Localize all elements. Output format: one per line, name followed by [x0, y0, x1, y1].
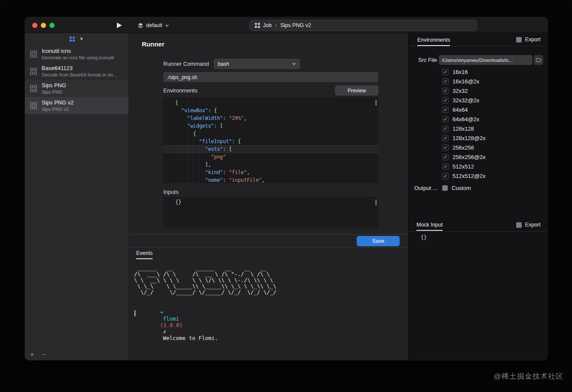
- size-option[interactable]: ✓16x16@2x: [409, 77, 548, 86]
- checkbox-checked-icon[interactable]: ✓: [442, 154, 449, 160]
- size-option[interactable]: ✓256x256@2x: [409, 152, 548, 162]
- terminal-mark: ✗: [163, 328, 166, 335]
- sidebar-item[interactable]: Sips PNG v2Sips PNG v2: [25, 97, 128, 114]
- code-line: "widgets": [: [163, 122, 378, 130]
- inputs-editor[interactable]: {}: [163, 197, 378, 229]
- size-label: 256x256: [453, 144, 474, 151]
- size-option[interactable]: ✓512x512@2x: [409, 171, 548, 181]
- checkbox-checked-icon[interactable]: ✓: [442, 69, 449, 75]
- editor-scrollbar[interactable]: [375, 199, 377, 205]
- code-line: "png": [163, 153, 378, 161]
- close-button[interactable]: [32, 23, 37, 28]
- inputs-label: Inputs: [163, 189, 178, 195]
- checkbox-checked-icon[interactable]: ✓: [442, 126, 449, 132]
- job-title: Base641123: [42, 65, 117, 71]
- export-label: Export: [525, 37, 541, 43]
- ascii-logo: ______ __ ______ __ __ __ /\ ___\ /\ \ /…: [134, 265, 276, 295]
- checkbox-checked-icon[interactable]: ✓: [442, 88, 449, 94]
- mock-export-checkbox[interactable]: [516, 222, 522, 228]
- breadcrumb-current: Sips PNG v2: [280, 22, 311, 28]
- add-job-button[interactable]: +: [30, 351, 34, 358]
- runner-command-label: Runner Command: [163, 61, 209, 67]
- sidebar-footer: + −: [30, 351, 46, 358]
- size-option[interactable]: ✓32x32@2x: [409, 95, 548, 105]
- remove-job-button[interactable]: −: [42, 351, 46, 358]
- save-bar: Save: [129, 234, 408, 247]
- code-line: "name": "inputFile",: [163, 176, 378, 183]
- sidebar-item[interactable]: Base641123Decode from Base64 format or e…: [25, 63, 128, 80]
- checkbox-checked-icon[interactable]: ✓: [442, 107, 449, 113]
- breadcrumb-section[interactable]: Job: [263, 22, 272, 28]
- size-option[interactable]: ✓256x256: [409, 143, 548, 152]
- chevron-down-icon: [165, 24, 169, 28]
- inputs-value: {}: [175, 199, 181, 205]
- job-grid-icon: [30, 51, 37, 58]
- indent-guide: [199, 97, 199, 183]
- size-label: 512x512@2x: [453, 173, 486, 179]
- size-option[interactable]: ✓64x64: [409, 105, 548, 114]
- mock-input-value[interactable]: {}: [421, 234, 427, 240]
- environments-label: Environments: [163, 87, 197, 94]
- size-option[interactable]: ✓128x128: [409, 124, 548, 133]
- job-subtitle: Sips PNG v2: [42, 107, 73, 112]
- checkbox-checked-icon[interactable]: ✓: [442, 97, 449, 104]
- indent-guide: [181, 97, 181, 183]
- save-button[interactable]: Save: [357, 236, 400, 246]
- size-option[interactable]: ✓64x64@2x: [409, 114, 548, 124]
- src-file-input[interactable]: [439, 55, 532, 65]
- job-title: Sips PNG: [42, 82, 66, 89]
- size-label: 256x256@2x: [453, 154, 486, 160]
- size-label: 32x32: [453, 88, 468, 94]
- checkbox-checked-icon[interactable]: ✓: [442, 163, 449, 170]
- workspace-selector[interactable]: default: [138, 21, 169, 30]
- browse-folder-button[interactable]: [534, 55, 543, 65]
- panel-header: Environments Export: [409, 33, 548, 46]
- size-option[interactable]: ✓128x128@2x: [409, 133, 548, 143]
- app-window: default Job › Sips PNG v2 Iconutil icnsG…: [25, 17, 548, 360]
- size-label: 32x32@2x: [453, 97, 479, 104]
- job-texts: Iconutil icnsGenerate an icns file using…: [42, 48, 114, 61]
- checkbox-checked-icon[interactable]: ✓: [442, 135, 449, 141]
- minimize-button[interactable]: [41, 23, 46, 28]
- size-option[interactable]: ✓32x32: [409, 86, 548, 95]
- checkbox-checked-icon[interactable]: ✓: [442, 144, 449, 151]
- runner-command-select[interactable]: bash: [214, 59, 300, 69]
- src-file-label: Src File: [418, 57, 437, 63]
- export-checkbox[interactable]: [516, 37, 522, 43]
- code-line: {: [163, 99, 378, 107]
- apps-icon[interactable]: [70, 37, 75, 42]
- tab-environments[interactable]: Environments: [417, 37, 450, 46]
- job-subtitle: Decode from Base64 format or en...: [42, 72, 117, 78]
- checkbox-checked-icon[interactable]: ✓: [442, 78, 449, 85]
- code-line: "fileInput": {: [163, 138, 378, 145]
- events-divider: [129, 247, 408, 248]
- tab-events[interactable]: Events: [136, 250, 153, 259]
- terminal-app: flomi: [163, 315, 179, 322]
- run-button[interactable]: [115, 21, 123, 29]
- tab-mock-input[interactable]: Mock Input: [416, 222, 443, 231]
- code-line: "kind": "file",: [163, 168, 378, 176]
- app-body: Iconutil icnsGenerate an icns file using…: [25, 33, 548, 360]
- checkbox-checked-icon[interactable]: ✓: [442, 173, 449, 179]
- code-line: "labelWidth": "20%",: [163, 114, 378, 122]
- job-grid-icon: [30, 85, 37, 92]
- size-option[interactable]: ✓16x16: [409, 67, 548, 77]
- terminal-message: Welcome to Flomi.: [163, 335, 218, 341]
- environments-editor[interactable]: { "viewBox": { "labelWidth": "20%", "wid…: [163, 97, 378, 183]
- cursor-icon[interactable]: [79, 36, 85, 42]
- zoom-button[interactable]: [49, 23, 55, 28]
- size-option[interactable]: ✓512x512: [409, 162, 548, 171]
- preview-button[interactable]: Preview: [335, 86, 378, 95]
- mock-export-control: Export: [516, 222, 541, 228]
- size-label: 64x64@2x: [453, 116, 479, 122]
- titlebar: default Job › Sips PNG v2: [25, 17, 548, 33]
- custom-checkbox[interactable]: [442, 185, 448, 191]
- checkbox-checked-icon[interactable]: ✓: [442, 116, 449, 122]
- sidebar-item[interactable]: Sips PNGSips PNG: [25, 80, 128, 97]
- job-subtitle: Generate an icns file using iconutil: [42, 55, 114, 61]
- editor-scrollbar[interactable]: [375, 100, 377, 106]
- sidebar-item[interactable]: Iconutil icnsGenerate an icns file using…: [25, 46, 128, 63]
- script-path-input[interactable]: [163, 72, 378, 82]
- code-line: ],: [163, 161, 378, 168]
- breadcrumb[interactable]: Job › Sips PNG v2: [249, 20, 477, 31]
